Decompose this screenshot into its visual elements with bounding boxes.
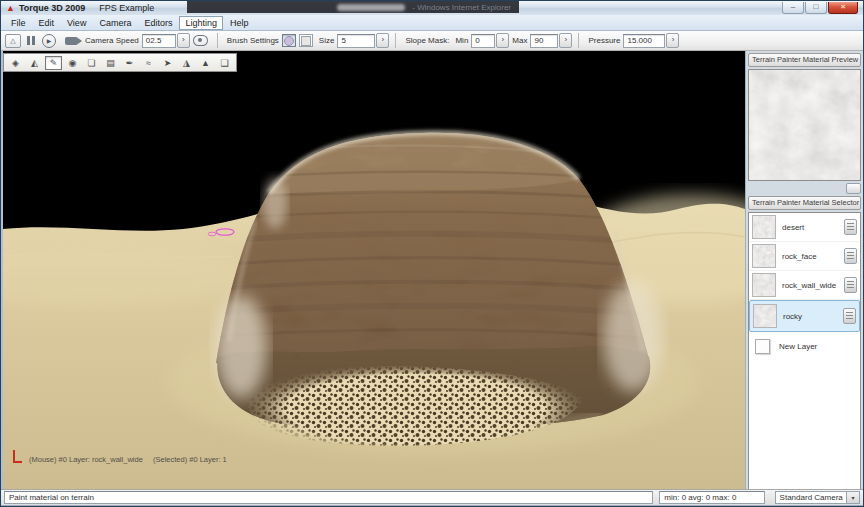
menu-editors[interactable]: Editors bbox=[138, 17, 178, 29]
tool-object-editor[interactable]: ◈ bbox=[7, 56, 24, 70]
size-spin-button[interactable]: › bbox=[376, 33, 389, 48]
viewport-3d[interactable]: (Mouse) #0 Layer: rock_wall_wide (Select… bbox=[3, 51, 745, 489]
editor-tool-palette: ◈ ◭ ✎ ◉ ❏ ▤ ✒ ≈ ➤ ◮ ▲ ❑ bbox=[3, 53, 237, 72]
chevron-down-icon: ▾ bbox=[846, 492, 859, 503]
material-thumbnail bbox=[752, 273, 776, 297]
selected-layer-info: (Selected) #0 Layer: 1 bbox=[153, 455, 227, 464]
size-value[interactable]: 5 bbox=[337, 34, 375, 48]
tool-terrain-painter[interactable]: ✎ bbox=[45, 56, 62, 70]
new-layer-row[interactable]: New Layer bbox=[749, 332, 860, 360]
new-layer-icon bbox=[755, 339, 770, 354]
menu-lighting[interactable]: Lighting bbox=[179, 16, 223, 30]
camera-mode-dropdown[interactable]: Standard Camera ▾ bbox=[775, 491, 860, 504]
camera-mode-value: Standard Camera bbox=[776, 493, 846, 502]
window-subtitle: FPS Example bbox=[99, 3, 154, 13]
minimize-button[interactable]: – bbox=[782, 2, 804, 14]
visibility-eye-icon[interactable] bbox=[193, 35, 208, 46]
camera-speed-value[interactable]: 02.5 bbox=[142, 34, 176, 48]
pressure-value[interactable]: 15.000 bbox=[623, 34, 665, 48]
slope-min-spin-button[interactable]: › bbox=[496, 33, 509, 48]
menu-view[interactable]: View bbox=[61, 17, 92, 29]
material-preview-image bbox=[748, 69, 861, 181]
material-row-rock-wall-wide[interactable]: rock_wall_wide bbox=[749, 271, 860, 300]
play-icon[interactable]: ▶ bbox=[41, 34, 57, 48]
material-name: desert bbox=[782, 223, 844, 232]
status-hint: Paint material on terrain bbox=[4, 491, 653, 504]
size-label: Size bbox=[319, 36, 335, 45]
slope-max-value[interactable]: 90 bbox=[530, 34, 558, 48]
menu-help[interactable]: Help bbox=[224, 17, 255, 29]
close-button[interactable]: × bbox=[828, 2, 858, 14]
slope-min-value[interactable]: 0 bbox=[471, 34, 495, 48]
material-thumbnail bbox=[752, 244, 776, 268]
camera-speed-spin-button[interactable]: › bbox=[177, 33, 190, 48]
watermark-overlay: - Windows Internet Explorer bbox=[187, 1, 519, 13]
tool-material-editor[interactable]: ◉ bbox=[64, 56, 81, 70]
material-row-rocky-selected[interactable]: rocky bbox=[749, 300, 860, 332]
status-bar: Paint material on terrain min: 0 avg: 0 … bbox=[1, 489, 863, 505]
menu-file[interactable]: File bbox=[5, 17, 32, 29]
camera-speed-label: Camera Speed bbox=[85, 36, 139, 45]
material-preview-header: Terrain Painter Material Preview bbox=[748, 53, 861, 67]
slope-min-label: Min bbox=[455, 36, 468, 45]
maximize-button[interactable]: □ bbox=[805, 2, 827, 14]
mouse-layer-info: (Mouse) #0 Layer: rock_wall_wide bbox=[29, 455, 143, 464]
material-name: rocky bbox=[783, 312, 843, 321]
delete-layer-button[interactable] bbox=[844, 219, 857, 235]
delete-layer-button[interactable] bbox=[843, 308, 856, 324]
delete-layer-button[interactable] bbox=[844, 277, 857, 293]
tool-datablock-editor[interactable]: ▤ bbox=[102, 56, 119, 70]
menu-edit[interactable]: Edit bbox=[33, 17, 61, 29]
tool-river-editor[interactable]: ≈ bbox=[140, 56, 157, 70]
material-name: rock_wall_wide bbox=[782, 281, 844, 290]
terrain-painter-panel: Terrain Painter Material Preview Terrain… bbox=[745, 51, 863, 489]
brush-shape-circle-button[interactable] bbox=[282, 34, 296, 47]
tool-terrain-editor[interactable]: ◭ bbox=[26, 56, 43, 70]
toolbar-divider bbox=[578, 33, 579, 48]
brush-settings-label: Brush Settings bbox=[227, 36, 279, 45]
material-thumbnail bbox=[752, 215, 776, 239]
pressure-spin-button[interactable]: › bbox=[666, 33, 679, 48]
watermark-site-blob bbox=[337, 4, 405, 11]
app-window: ▲ Torque 3D 2009 FPS Example - Windows I… bbox=[0, 0, 864, 507]
new-layer-label: New Layer bbox=[779, 342, 817, 351]
editor-window-icon[interactable]: △ bbox=[5, 34, 21, 48]
watermark-text: - Windows Internet Explorer bbox=[412, 3, 511, 12]
slope-mask-label: Slope Mask: bbox=[405, 36, 449, 45]
toolbar-divider bbox=[217, 33, 218, 48]
window-title: Torque 3D 2009 bbox=[19, 3, 85, 13]
viewport-3d-scene[interactable] bbox=[3, 51, 745, 489]
tool-mesh-road-editor[interactable]: ◮ bbox=[178, 56, 195, 70]
tool-sketch[interactable]: ❏ bbox=[83, 56, 100, 70]
camera-icon bbox=[65, 37, 78, 45]
pause-icon[interactable] bbox=[23, 34, 39, 48]
material-row-rock-face[interactable]: rock_face bbox=[749, 242, 860, 271]
menu-camera[interactable]: Camera bbox=[93, 17, 137, 29]
material-row-desert[interactable]: desert bbox=[749, 213, 860, 242]
material-name: rock_face bbox=[782, 252, 844, 261]
tool-forest-editor[interactable]: ▲ bbox=[197, 56, 214, 70]
material-layer-list: desert rock_face rock_wall_wide rocky Ne bbox=[748, 212, 861, 497]
preview-options-row bbox=[748, 183, 861, 194]
window-controls: – □ × bbox=[782, 2, 858, 14]
material-selector-header: Terrain Painter Material Selector bbox=[748, 196, 861, 210]
torque-logo-icon: ▲ bbox=[6, 3, 15, 13]
preview-options-button[interactable] bbox=[846, 183, 861, 194]
tool-decal-editor[interactable]: ✒ bbox=[121, 56, 138, 70]
toolbar-divider bbox=[395, 33, 396, 48]
brush-shape-square-button[interactable] bbox=[299, 34, 313, 47]
pressure-label: Pressure bbox=[588, 36, 620, 45]
main-toolbar: △ ▶ Camera Speed 02.5 › Brush Settings S… bbox=[1, 31, 863, 51]
status-metrics: min: 0 avg: 0 max: 0 bbox=[659, 491, 764, 504]
delete-layer-button[interactable] bbox=[844, 248, 857, 264]
axis-gizmo-icon bbox=[13, 461, 22, 463]
slope-max-label: Max bbox=[512, 36, 527, 45]
material-thumbnail bbox=[753, 304, 777, 328]
menu-bar: File Edit View Camera Editors Lighting H… bbox=[1, 15, 863, 31]
slope-max-spin-button[interactable]: › bbox=[559, 33, 572, 48]
tool-shape-editor[interactable]: ❑ bbox=[216, 56, 233, 70]
tool-road-path-editor[interactable]: ➤ bbox=[159, 56, 176, 70]
